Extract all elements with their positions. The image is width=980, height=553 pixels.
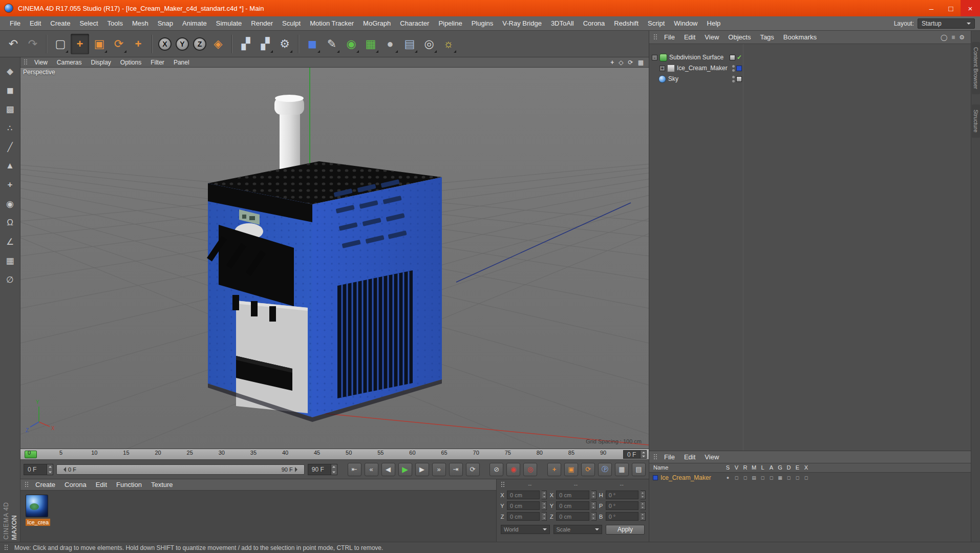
menu-item[interactable]: V-Ray Bridge: [498, 19, 546, 27]
quantize-icon[interactable]: ∠: [3, 235, 17, 248]
play-button[interactable]: ▶: [398, 463, 412, 476]
no-solo-button[interactable]: ⊘: [489, 463, 503, 476]
object-manager-menu-item[interactable]: Objects: [723, 33, 755, 41]
next-frame-button[interactable]: ▶: [415, 463, 429, 476]
layer-toggle-icon[interactable]: ◻: [802, 475, 811, 480]
object-manager-menu-item[interactable]: Bookmarks: [779, 33, 821, 41]
grip-handle[interactable]: [4, 544, 8, 551]
model-mode-icon[interactable]: ◼: [3, 83, 17, 97]
layer-column-header[interactable]: M: [750, 464, 758, 471]
ruler-frame-value[interactable]: 0 F: [623, 450, 641, 459]
axis-y-button[interactable]: Y: [176, 37, 189, 51]
toggle-views-icon[interactable]: ▦: [638, 59, 644, 66]
layer-column-header[interactable]: G: [776, 464, 784, 471]
stepper[interactable]: [641, 512, 646, 521]
menu-item[interactable]: Script: [643, 19, 669, 27]
viewport-canvas[interactable]: Y X Z Perspective Grid Spacing : 100 cm: [20, 68, 649, 449]
light-button[interactable]: ☼: [439, 34, 458, 54]
layer-toggle-icon[interactable]: ◻: [732, 475, 741, 480]
viewport-menu-item[interactable]: Filter: [146, 59, 169, 66]
maximize-button[interactable]: □: [941, 0, 961, 16]
render-picture-viewer-button[interactable]: ▞: [256, 34, 274, 54]
enabled-check-icon[interactable]: ✓: [737, 54, 742, 61]
move-tool[interactable]: +: [71, 34, 89, 54]
menu-item[interactable]: Simulate: [211, 19, 247, 27]
material-menu-item[interactable]: Texture: [146, 481, 178, 488]
size-z-field[interactable]: 0 cm: [556, 512, 589, 521]
layer-toggle-icon[interactable]: ◻: [784, 475, 793, 480]
gear-icon[interactable]: ⚙: [959, 34, 965, 41]
polygons-mode-icon[interactable]: ▲: [3, 159, 17, 173]
current-frame-spin[interactable]: 0 F: [24, 464, 53, 475]
menu-item[interactable]: Plugins: [467, 19, 498, 27]
grip-handle[interactable]: [653, 454, 657, 460]
coordinates-column-header[interactable]: --: [553, 481, 599, 487]
texture-mode-icon[interactable]: ▩: [3, 102, 17, 116]
viewport-menu-item[interactable]: View: [30, 59, 52, 66]
object-manager-menu-item[interactable]: Edit: [679, 33, 700, 41]
deformer-button[interactable]: ●: [381, 34, 399, 54]
visibility-dots-icon[interactable]: [732, 65, 735, 72]
points-mode-icon[interactable]: ∴: [3, 121, 17, 135]
layer-toggle-icon[interactable]: ▤: [750, 475, 758, 480]
coord-mode-select[interactable]: World: [501, 525, 550, 534]
object-name[interactable]: Ice_Cream_Maker: [677, 65, 728, 72]
prev-key-button[interactable]: «: [365, 463, 378, 476]
layer-menu-item[interactable]: Edit: [679, 453, 700, 461]
apply-button[interactable]: Apply: [606, 525, 645, 535]
stepper[interactable]: [591, 501, 596, 510]
stepper[interactable]: [47, 464, 53, 475]
menu-item[interactable]: MoGraph: [358, 19, 395, 27]
menu-item[interactable]: Mesh: [127, 19, 153, 27]
layer-menu-item[interactable]: View: [700, 453, 723, 461]
layer-column-header[interactable]: A: [767, 464, 776, 471]
object-manager-menu-item[interactable]: Tags: [755, 33, 778, 41]
stepper[interactable]: [591, 491, 596, 499]
workplane-icon[interactable]: ▦: [3, 254, 17, 267]
viewport-menu-item[interactable]: Panel: [169, 59, 194, 66]
timeline-ruler[interactable]: 051015202530354045505560657075808590 0 F: [20, 449, 649, 460]
last-used-tool[interactable]: +: [129, 34, 147, 54]
grip-handle[interactable]: [24, 59, 28, 66]
subdivision-surface-button[interactable]: ◉: [342, 34, 360, 54]
layer-color-chip[interactable]: [653, 475, 658, 480]
dock-tab[interactable]: Structure: [972, 104, 980, 138]
show-fcurves-button[interactable]: ▤: [632, 463, 646, 476]
menu-item[interactable]: Motion Tracker: [305, 19, 358, 27]
live-selection-tool[interactable]: ▢: [51, 34, 70, 54]
object-name[interactable]: Sky: [668, 75, 678, 82]
render-view-button[interactable]: ▞: [237, 34, 255, 54]
ice-cream-maker-model[interactable]: [207, 95, 442, 422]
scale-tool[interactable]: ▣: [90, 34, 109, 54]
menu-item[interactable]: Animate: [178, 19, 211, 27]
layer-toggle-icon[interactable]: ●: [723, 475, 732, 480]
layer-column-header[interactable]: R: [741, 464, 750, 471]
menu-item[interactable]: Tools: [103, 19, 127, 27]
environment-button[interactable]: ▤: [400, 34, 419, 54]
material-menu-item[interactable]: Create: [31, 481, 60, 488]
menu-item[interactable]: Help: [702, 19, 726, 27]
axis-x-button[interactable]: X: [158, 37, 172, 51]
object-manager-menu-item[interactable]: View: [700, 33, 723, 41]
pos-x-field[interactable]: 0 cm: [507, 491, 540, 499]
camera-button[interactable]: ◎: [420, 34, 438, 54]
layer-row[interactable]: Ice_Cream_Maker ●◻◻▤◻◻▦◻◻◻: [649, 473, 971, 483]
search-icon[interactable]: ◯: [941, 34, 947, 41]
layer-toggle-icon[interactable]: ▦: [776, 475, 784, 480]
material-menu-item[interactable]: Function: [112, 481, 146, 488]
object-row-subdivision-surface[interactable]: - Subdivision Surface ✓: [652, 52, 742, 62]
layer-name[interactable]: Ice_Cream_Maker: [661, 474, 711, 481]
range-left-handle-icon[interactable]: [61, 467, 66, 472]
end-frame-value[interactable]: 90 F: [308, 464, 331, 475]
mograph-button[interactable]: ▦: [361, 34, 380, 54]
menu-item[interactable]: File: [5, 19, 25, 27]
stepper[interactable]: [542, 491, 547, 499]
pan-view-icon[interactable]: +: [610, 59, 614, 66]
record-keyframe-button[interactable]: ◉: [506, 463, 520, 476]
preview-range-slider[interactable]: 0 F 90 F: [56, 464, 305, 475]
layer-column-header[interactable]: S: [723, 464, 732, 471]
texture-tag-icon[interactable]: [736, 76, 742, 82]
stepper[interactable]: [641, 501, 646, 510]
menu-item[interactable]: Pipeline: [434, 19, 466, 27]
stepper[interactable]: [331, 464, 337, 475]
